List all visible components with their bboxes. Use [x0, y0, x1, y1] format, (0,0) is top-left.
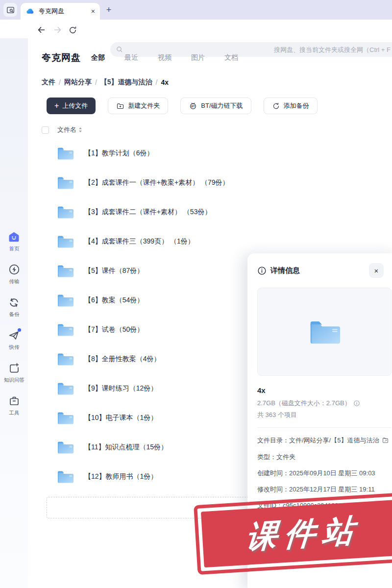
upload-file-button[interactable]: + 上传文件: [47, 98, 96, 114]
size-info-icon[interactable]: [353, 400, 360, 407]
file-name: 【12】教师用书（1份）: [84, 472, 157, 481]
reload-button[interactable]: [67, 24, 78, 36]
details-size: 2.7GB（磁盘文件大小：2.7GB）: [257, 399, 351, 408]
folder-icon: [56, 205, 74, 220]
file-row[interactable]: 【9】课时练习（12份）: [56, 374, 243, 403]
file-name: 【10】电子课本（1份）: [84, 414, 157, 422]
toolbox-icon: [8, 394, 20, 407]
folder-icon: [56, 381, 74, 396]
file-row[interactable]: 【2】成套课件一（课件+教案+素材） （79份）: [56, 168, 243, 197]
details-item-count: 共 363 个项目: [257, 411, 391, 419]
back-button[interactable]: [35, 24, 47, 36]
sort-icon[interactable]: [78, 127, 82, 133]
details-type: 类型：文件夹: [257, 453, 391, 462]
tab-images[interactable]: 图片: [191, 53, 205, 62]
sidebar-label: 传输: [9, 278, 19, 285]
file-row[interactable]: 【11】知识点梳理（15份）: [56, 433, 243, 462]
tab-search-button[interactable]: [3, 3, 17, 17]
file-list: 【1】教学计划（6份） 【2】成套课件一（课件+教案+素材） （79份） 【3】…: [56, 139, 243, 491]
sidebar-item-home[interactable]: 首页: [0, 230, 28, 252]
file-name: 【5】课件（87份）: [84, 267, 144, 275]
details-close-button[interactable]: ×: [369, 263, 384, 278]
add-document-icon: [8, 362, 20, 374]
file-row[interactable]: 【7】试卷（50份）: [56, 315, 243, 344]
file-row[interactable]: 【5】课件（87份）: [56, 256, 243, 286]
tab-recent[interactable]: 最近: [124, 53, 138, 62]
backup-sync-icon: [8, 296, 20, 309]
stamp-text: 课件站: [240, 509, 362, 559]
file-name: 【8】全册性教案（4份）: [84, 355, 161, 364]
breadcrumb: 文件 / 网站分享 / 【5】道德与法治 / 4x: [42, 78, 169, 87]
tab-all[interactable]: 全部: [91, 53, 105, 62]
bt-magnet-download-button[interactable]: BT BT/磁力链下载: [180, 98, 251, 114]
details-created: 创建时间：2025年09月10日 星期三 09:03: [257, 469, 391, 478]
file-row[interactable]: 【4】成套课件三（399页） （1份）: [56, 227, 243, 256]
filename-column-header: 文件名: [57, 125, 76, 134]
browser-tab[interactable]: 夸克网盘 ×: [21, 3, 100, 20]
bt-magnet-icon: BT: [189, 101, 197, 110]
courseware-station-stamp: 课件站: [194, 492, 392, 575]
breadcrumb-separator: /: [156, 78, 158, 86]
add-backup-button[interactable]: 添加备份: [264, 98, 318, 114]
folder-icon: [56, 469, 74, 484]
breadcrumb-site-share[interactable]: 网站分享: [64, 78, 92, 87]
new-folder-button[interactable]: 新建文件夹: [108, 98, 168, 114]
file-row[interactable]: 【8】全册性教案（4份）: [56, 344, 243, 374]
file-name: 【3】成套课件二（课件+素材） （53份）: [84, 208, 211, 217]
file-name: 【6】教案（54份）: [84, 296, 144, 305]
info-icon: [257, 266, 267, 275]
goto-folder-icon[interactable]: [382, 437, 389, 444]
sidebar-label: 工具: [9, 409, 19, 416]
file-name: 【9】课时练习（12份）: [84, 384, 157, 393]
add-backup-label: 添加备份: [284, 101, 309, 110]
quark-favicon: [25, 7, 35, 16]
sidebar-item-backup[interactable]: 备份: [0, 296, 28, 318]
sidebar-label: 快传: [9, 343, 19, 350]
breadcrumb-separator: /: [95, 78, 97, 86]
breadcrumb-current: 4x: [161, 78, 169, 86]
file-name: 【1】教学计划（6份）: [84, 149, 154, 158]
file-row[interactable]: 【12】教师用书（1份）: [56, 462, 243, 491]
breadcrumb-files[interactable]: 文件: [42, 78, 55, 87]
home-icon: [8, 230, 20, 243]
window-search-icon: [6, 5, 15, 15]
file-name: 【2】成套课件一（课件+教案+素材） （79份）: [84, 178, 229, 187]
sidebar-item-tools[interactable]: 工具: [0, 394, 28, 416]
bt-magnet-label: BT/磁力链下载: [201, 101, 243, 110]
file-row[interactable]: 【10】电子课本（1份）: [56, 403, 243, 433]
file-preview: [257, 288, 392, 376]
folder-icon: [56, 322, 74, 337]
browser-titlebar: 夸克网盘 × +: [0, 0, 392, 20]
new-tab-button[interactable]: +: [104, 5, 114, 15]
add-backup-icon: [272, 102, 280, 110]
details-file-name: 4x: [257, 386, 391, 394]
file-list-header: 文件名: [42, 125, 82, 134]
folder-preview-icon: [308, 318, 341, 346]
select-all-checkbox[interactable]: [42, 126, 49, 134]
upload-file-label: 上传文件: [62, 101, 88, 110]
sidebar-label: 知识问答: [4, 376, 24, 383]
new-folder-label: 新建文件夹: [128, 101, 160, 110]
folder-icon: [56, 234, 74, 249]
file-name: 【4】成套课件三（399页） （1份）: [84, 237, 195, 246]
notification-dot: [18, 328, 21, 332]
sidebar-item-quick-transfer[interactable]: 快传: [0, 329, 28, 351]
file-name: 【7】试卷（50份）: [84, 325, 144, 334]
file-row[interactable]: 【6】教案（54份）: [56, 286, 243, 315]
app-sidebar: 首页 传输 备份 快传 知识问答: [0, 38, 28, 588]
tab-videos[interactable]: 视频: [158, 53, 172, 62]
sidebar-item-transfer[interactable]: 传输: [0, 263, 28, 285]
folder-icon: [56, 146, 74, 161]
forward-button[interactable]: [52, 24, 64, 36]
tab-documents[interactable]: 文档: [224, 53, 238, 62]
sidebar-item-knowledge-qa[interactable]: 知识问答: [0, 362, 28, 384]
new-folder-icon: [116, 102, 124, 110]
folder-icon: [56, 352, 74, 367]
search-icon: [116, 46, 123, 53]
tab-close-icon[interactable]: ×: [91, 8, 95, 15]
sidebar-label: 首页: [9, 245, 19, 252]
breadcrumb-morality-law[interactable]: 【5】道德与法治: [100, 78, 152, 87]
file-row[interactable]: 【1】教学计划（6份）: [56, 139, 243, 168]
file-row[interactable]: 【3】成套课件二（课件+素材） （53份）: [56, 197, 243, 227]
svg-text:BT: BT: [192, 105, 196, 108]
